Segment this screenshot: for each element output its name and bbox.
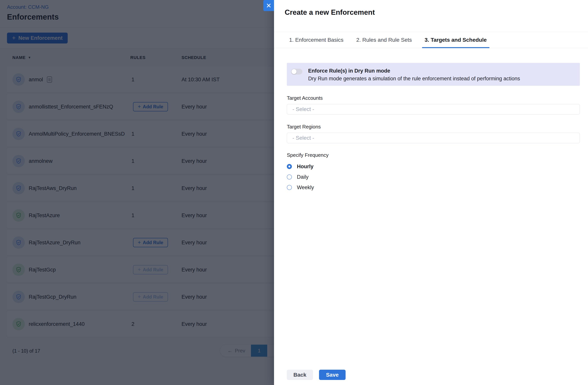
radio-icon [287,185,292,190]
frequency-group: Specify Frequency Hourly Daily Weekly [287,152,580,191]
tab-rules-and-rule-sets[interactable]: 2. Rules and Rule Sets [354,32,414,48]
toggle-knob-icon [292,69,296,74]
create-enforcement-panel: ✕ Create a new Enforcement 1. Enforcemen… [274,0,588,385]
target-accounts-field: Target Accounts [287,95,580,114]
dry-run-banner: Enforce Rule(s) in Dry Run mode Dry Run … [287,63,580,86]
panel-header: Create a new Enforcement [274,0,588,32]
panel-footer: Back Save [287,370,346,380]
back-button[interactable]: Back [287,370,313,380]
tab-targets-and-schedule[interactable]: 3. Targets and Schedule [422,32,489,48]
dry-run-label: Enforce Rule(s) in Dry Run mode [308,68,520,74]
target-regions-label: Target Regions [287,124,580,130]
radio-icon [287,164,292,169]
target-accounts-label: Target Accounts [287,95,580,101]
frequency-label: Specify Frequency [287,152,580,158]
tab-enforcement-basics[interactable]: 1. Enforcement Basics [287,32,346,48]
radio-option-hourly[interactable]: Hourly [287,163,314,170]
target-accounts-select[interactable] [287,104,580,114]
wizard-tabs: 1. Enforcement Basics 2. Rules and Rule … [274,32,588,48]
dry-run-toggle[interactable] [291,69,302,74]
panel-title: Create a new Enforcement [285,8,577,17]
close-icon: ✕ [266,2,272,9]
close-button[interactable]: ✕ [263,0,274,11]
target-regions-field: Target Regions [287,124,580,143]
radio-icon [287,175,292,180]
dry-run-description: Dry Run mode generates a simulation of t… [308,76,520,82]
save-button[interactable]: Save [319,370,346,380]
panel-body: Enforce Rule(s) in Dry Run mode Dry Run … [274,48,588,191]
radio-option-weekly[interactable]: Weekly [287,183,314,191]
radio-option-daily[interactable]: Daily [287,173,309,181]
target-regions-select[interactable] [287,133,580,143]
